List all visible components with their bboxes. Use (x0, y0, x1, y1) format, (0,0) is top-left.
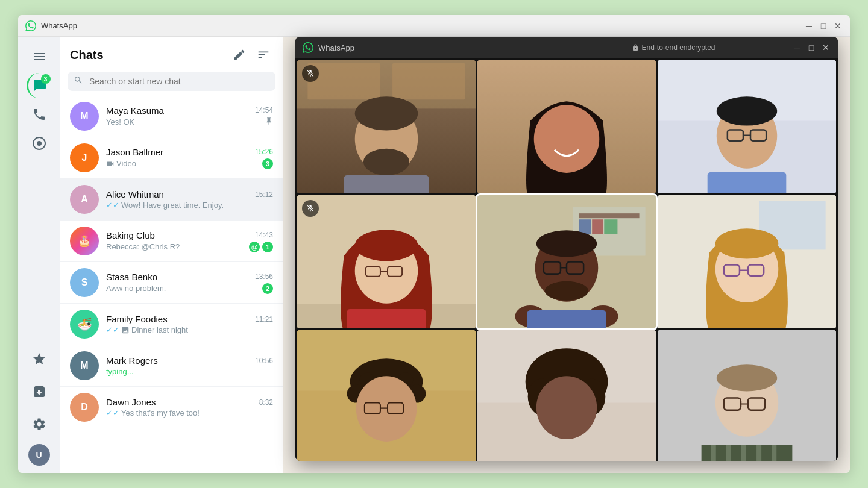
svg-point-44 (545, 281, 588, 301)
svg-rect-5 (392, 63, 465, 99)
avatar-stasa: S (70, 268, 99, 297)
mute-icon-4 (302, 200, 319, 217)
maximize-button[interactable]: □ (819, 21, 828, 31)
chat-info-baking: Baking Club 14:43 Rebecca: @Chris R? @ 1 (106, 230, 273, 252)
header-actions (230, 45, 273, 64)
video-cell-1 (297, 60, 476, 193)
chat-name-alice: Alice Whitman (106, 189, 164, 199)
unread-badge-stasa: 2 (262, 283, 273, 294)
video-close-button[interactable]: ✕ (821, 43, 831, 52)
whatsapp-logo (25, 20, 36, 31)
svg-rect-32 (347, 309, 426, 328)
app-body: 3 U (18, 37, 850, 473)
chat-item-baking[interactable]: 🎂 Baking Club 14:43 Rebecca: @Chris R? @… (60, 221, 283, 262)
chat-item-dawn[interactable]: D Dawn Jones 8:32 ✓✓ Yes that's my fave … (60, 387, 283, 428)
chat-item-jason[interactable]: J Jason Ballmer 15:26 Video 3 (60, 137, 283, 179)
svg-point-53 (715, 228, 779, 258)
mention-badge-baking: @ (249, 242, 260, 252)
chat-info-dawn: Dawn Jones 8:32 ✓✓ Yes that's my fave to… (106, 397, 273, 418)
chat-info-stasa: Stasa Benko 13:56 Aww no problem. 2 (106, 272, 273, 294)
svg-rect-37 (592, 219, 603, 234)
svg-rect-48 (527, 310, 606, 328)
video-cell-9 (658, 330, 836, 461)
chat-time-baking: 14:43 (255, 231, 273, 239)
chat-preview-dawn: ✓✓ Yes that's my fave too! (106, 408, 200, 418)
sidebar-item-menu[interactable] (27, 44, 52, 69)
svg-rect-35 (579, 213, 639, 218)
chat-list-header: Chats (60, 37, 283, 69)
sidebar-item-settings[interactable] (27, 411, 52, 437)
pin-icon-maya (265, 117, 273, 128)
chat-item-maya[interactable]: M Maya Kasuma 14:54 Yes! OK (60, 96, 283, 137)
unread-badge-baking: 1 (262, 242, 273, 252)
chat-list: M Maya Kasuma 14:54 Yes! OK (60, 96, 283, 473)
svg-point-85 (717, 364, 777, 391)
video-cell-4 (297, 195, 476, 328)
sidebar-item-chats[interactable]: 3 (27, 73, 52, 98)
chat-item-family[interactable]: 🍜 Family Foodies 11:21 ✓✓ Dinner last ni… (60, 304, 283, 345)
video-grid (295, 58, 838, 461)
svg-point-9 (363, 149, 409, 175)
chat-preview-maya: Yes! OK (106, 117, 134, 127)
avatar-mark: M (70, 351, 99, 380)
video-title-appname: WhatsApp (318, 43, 555, 52)
avatar-jason: J (70, 143, 99, 172)
search-bar (68, 72, 275, 91)
chat-info-jason: Jason Ballmer 15:26 Video 3 (106, 147, 273, 169)
minimize-button[interactable]: ─ (804, 21, 814, 31)
chat-list-title: Chats (70, 48, 104, 62)
video-maximize-button[interactable]: □ (807, 43, 816, 52)
mute-icon-1 (302, 65, 319, 82)
video-cell-8 (477, 330, 656, 461)
svg-point-14 (534, 105, 600, 173)
sidebar-item-status[interactable] (27, 131, 52, 156)
sidebar-item-calls[interactable] (27, 102, 52, 127)
chat-item-alice[interactable]: A Alice Whitman 15:12 ✓✓ Wow! Have great… (60, 179, 283, 221)
sidebar: 3 U (18, 37, 60, 473)
svg-rect-10 (344, 175, 429, 193)
video-whatsapp-logo (303, 42, 313, 53)
chat-preview-jason: Video (106, 159, 136, 168)
svg-rect-23 (708, 172, 787, 193)
search-input[interactable] (68, 72, 275, 91)
title-bar-title: WhatsApp (41, 21, 804, 30)
sidebar-bottom: U (27, 346, 52, 466)
svg-point-8 (355, 96, 418, 130)
sidebar-item-archived[interactable] (27, 379, 52, 404)
my-avatar[interactable]: U (28, 444, 50, 466)
chat-info-alice: Alice Whitman 15:12 ✓✓ Wow! Have great t… (106, 189, 273, 210)
chat-time-dawn: 8:32 (259, 398, 273, 407)
video-cell-3 (658, 60, 836, 193)
video-cell-6 (658, 195, 836, 328)
chat-time-family: 11:21 (255, 315, 273, 324)
video-minimize-button[interactable]: ─ (792, 43, 802, 52)
svg-point-19 (717, 96, 777, 125)
double-check-alice: ✓✓ (106, 201, 119, 210)
chat-info-mark: Mark Rogers 10:56 typing... (106, 355, 273, 376)
avatar-family: 🍜 (70, 310, 99, 339)
double-check-dawn: ✓✓ (106, 408, 119, 418)
chat-name-jason: Jason Ballmer (106, 147, 163, 157)
chat-preview-mark: typing... (106, 367, 134, 376)
main-window: WhatsApp ─ □ ✕ 3 (18, 15, 850, 473)
chat-time-maya: 14:54 (255, 106, 273, 114)
chat-item-stasa[interactable]: S Stasa Benko 13:56 Aww no problem. 2 (60, 262, 283, 304)
video-cell-2 (477, 60, 656, 193)
chat-name-dawn: Dawn Jones (106, 397, 156, 407)
chats-badge: 3 (41, 74, 51, 84)
filter-button[interactable] (254, 45, 273, 64)
chat-preview-stasa: Aww no problem. (106, 284, 166, 293)
chat-time-alice: 15:12 (255, 190, 273, 199)
chat-item-mark[interactable]: M Mark Rogers 10:56 typing... (60, 345, 283, 387)
video-call-popup: WhatsApp End-to-end endcrypted ─ □ ✕ (295, 37, 838, 461)
new-chat-button[interactable] (230, 45, 249, 64)
svg-point-43 (536, 230, 597, 257)
title-bar-controls: ─ □ ✕ (804, 21, 843, 31)
double-check-family: ✓✓ (106, 325, 119, 334)
close-button[interactable]: ✕ (833, 21, 843, 31)
chat-name-mark: Mark Rogers (106, 355, 158, 366)
sidebar-item-starred[interactable] (27, 346, 52, 372)
avatar-alice: A (70, 185, 99, 214)
svg-rect-4 (307, 63, 380, 99)
unread-badge-jason: 3 (262, 158, 273, 169)
